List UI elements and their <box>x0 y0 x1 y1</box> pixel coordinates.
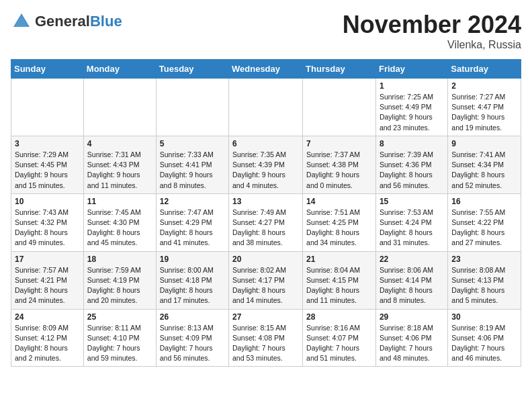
calendar-cell: 18Sunrise: 7:59 AM Sunset: 4:19 PM Dayli… <box>83 251 156 309</box>
day-number: 5 <box>160 139 225 148</box>
day-info: Sunrise: 8:00 AM Sunset: 4:18 PM Dayligh… <box>160 265 225 306</box>
day-info: Sunrise: 7:29 AM Sunset: 4:45 PM Dayligh… <box>15 150 80 191</box>
calendar-cell: 2Sunrise: 7:27 AM Sunset: 4:47 PM Daylig… <box>448 79 521 136</box>
day-info: Sunrise: 8:06 AM Sunset: 4:14 PM Dayligh… <box>380 265 444 306</box>
calendar-cell: 13Sunrise: 7:49 AM Sunset: 4:27 PM Dayli… <box>229 193 303 251</box>
day-number: 10 <box>15 197 80 206</box>
day-number: 18 <box>87 255 152 264</box>
day-info: Sunrise: 7:27 AM Sunset: 4:47 PM Dayligh… <box>451 92 517 133</box>
day-info: Sunrise: 8:04 AM Sunset: 4:15 PM Dayligh… <box>306 265 372 306</box>
calendar-week-row: 10Sunrise: 7:43 AM Sunset: 4:32 PM Dayli… <box>11 193 521 251</box>
logo-icon <box>11 11 32 32</box>
calendar-cell <box>11 79 84 136</box>
calendar-cell: 27Sunrise: 8:15 AM Sunset: 4:08 PM Dayli… <box>229 309 303 367</box>
day-header-thursday: Thursday <box>303 60 376 79</box>
day-info: Sunrise: 8:08 AM Sunset: 4:13 PM Dayligh… <box>451 265 517 306</box>
day-info: Sunrise: 7:53 AM Sunset: 4:24 PM Dayligh… <box>380 208 444 248</box>
day-info: Sunrise: 7:49 AM Sunset: 4:27 PM Dayligh… <box>232 208 299 248</box>
day-number: 13 <box>232 197 299 206</box>
day-info: Sunrise: 7:25 AM Sunset: 4:49 PM Dayligh… <box>380 92 444 133</box>
day-number: 7 <box>306 139 372 148</box>
day-number: 2 <box>451 81 517 91</box>
calendar-week-row: 3Sunrise: 7:29 AM Sunset: 4:45 PM Daylig… <box>11 136 521 193</box>
calendar-cell: 22Sunrise: 8:06 AM Sunset: 4:14 PM Dayli… <box>375 251 447 309</box>
day-number: 9 <box>451 139 517 148</box>
calendar-cell: 4Sunrise: 7:31 AM Sunset: 4:43 PM Daylig… <box>83 136 156 193</box>
calendar-cell: 5Sunrise: 7:33 AM Sunset: 4:41 PM Daylig… <box>156 136 228 193</box>
calendar-cell: 14Sunrise: 7:51 AM Sunset: 4:25 PM Dayli… <box>303 193 376 251</box>
logo-blue: Blue <box>90 13 122 30</box>
calendar-header-row: SundayMondayTuesdayWednesdayThursdayFrid… <box>11 60 521 79</box>
logo-text: GeneralBlue <box>35 13 122 30</box>
day-number: 23 <box>451 255 517 264</box>
day-number: 6 <box>232 139 299 148</box>
day-info: Sunrise: 8:09 AM Sunset: 4:12 PM Dayligh… <box>15 323 80 364</box>
day-info: Sunrise: 7:55 AM Sunset: 4:22 PM Dayligh… <box>451 208 517 248</box>
location: Vilenka, Russia <box>343 39 521 51</box>
day-number: 15 <box>380 197 444 206</box>
page-header: GeneralBlue November 2024 Vilenka, Russi… <box>11 11 521 51</box>
day-number: 14 <box>306 197 372 206</box>
day-info: Sunrise: 7:37 AM Sunset: 4:38 PM Dayligh… <box>306 150 372 191</box>
calendar-cell: 23Sunrise: 8:08 AM Sunset: 4:13 PM Dayli… <box>448 251 521 309</box>
day-number: 21 <box>306 255 372 264</box>
calendar-cell: 3Sunrise: 7:29 AM Sunset: 4:45 PM Daylig… <box>11 136 84 193</box>
calendar-cell <box>229 79 303 136</box>
day-info: Sunrise: 7:31 AM Sunset: 4:43 PM Dayligh… <box>87 150 152 191</box>
day-info: Sunrise: 7:51 AM Sunset: 4:25 PM Dayligh… <box>306 208 372 248</box>
calendar-cell: 1Sunrise: 7:25 AM Sunset: 4:49 PM Daylig… <box>375 79 447 136</box>
calendar-cell: 7Sunrise: 7:37 AM Sunset: 4:38 PM Daylig… <box>303 136 376 193</box>
day-info: Sunrise: 8:11 AM Sunset: 4:10 PM Dayligh… <box>87 323 152 364</box>
day-info: Sunrise: 8:18 AM Sunset: 4:06 PM Dayligh… <box>380 323 444 364</box>
day-number: 28 <box>306 312 372 322</box>
day-number: 26 <box>160 312 225 322</box>
day-header-saturday: Saturday <box>448 60 521 79</box>
calendar-cell: 16Sunrise: 7:55 AM Sunset: 4:22 PM Dayli… <box>448 193 521 251</box>
day-info: Sunrise: 7:43 AM Sunset: 4:32 PM Dayligh… <box>15 208 80 248</box>
day-number: 22 <box>380 255 444 264</box>
calendar-cell: 21Sunrise: 8:04 AM Sunset: 4:15 PM Dayli… <box>303 251 376 309</box>
calendar-cell: 30Sunrise: 8:19 AM Sunset: 4:06 PM Dayli… <box>448 309 521 367</box>
month-title: November 2024 <box>343 11 521 39</box>
calendar-week-row: 24Sunrise: 8:09 AM Sunset: 4:12 PM Dayli… <box>11 309 521 367</box>
calendar-cell: 6Sunrise: 7:35 AM Sunset: 4:39 PM Daylig… <box>229 136 303 193</box>
day-info: Sunrise: 7:33 AM Sunset: 4:41 PM Dayligh… <box>160 150 225 191</box>
day-header-sunday: Sunday <box>11 60 84 79</box>
calendar-cell: 25Sunrise: 8:11 AM Sunset: 4:10 PM Dayli… <box>83 309 156 367</box>
calendar-cell: 15Sunrise: 7:53 AM Sunset: 4:24 PM Dayli… <box>375 193 447 251</box>
calendar-cell: 26Sunrise: 8:13 AM Sunset: 4:09 PM Dayli… <box>156 309 228 367</box>
day-number: 30 <box>451 312 517 322</box>
day-info: Sunrise: 7:59 AM Sunset: 4:19 PM Dayligh… <box>87 265 152 306</box>
day-number: 19 <box>160 255 225 264</box>
day-info: Sunrise: 8:16 AM Sunset: 4:07 PM Dayligh… <box>306 323 372 364</box>
calendar-week-row: 1Sunrise: 7:25 AM Sunset: 4:49 PM Daylig… <box>11 79 521 136</box>
day-info: Sunrise: 8:13 AM Sunset: 4:09 PM Dayligh… <box>160 323 225 364</box>
day-header-tuesday: Tuesday <box>156 60 228 79</box>
title-block: November 2024 Vilenka, Russia <box>343 11 521 51</box>
day-number: 27 <box>232 312 299 322</box>
day-info: Sunrise: 7:47 AM Sunset: 4:29 PM Dayligh… <box>160 208 225 248</box>
day-info: Sunrise: 8:02 AM Sunset: 4:17 PM Dayligh… <box>232 265 299 306</box>
calendar-cell: 29Sunrise: 8:18 AM Sunset: 4:06 PM Dayli… <box>375 309 447 367</box>
calendar-week-row: 17Sunrise: 7:57 AM Sunset: 4:21 PM Dayli… <box>11 251 521 309</box>
calendar-cell: 20Sunrise: 8:02 AM Sunset: 4:17 PM Dayli… <box>229 251 303 309</box>
day-info: Sunrise: 7:35 AM Sunset: 4:39 PM Dayligh… <box>232 150 299 191</box>
day-header-wednesday: Wednesday <box>229 60 303 79</box>
day-number: 20 <box>232 255 299 264</box>
logo: GeneralBlue <box>11 11 122 32</box>
day-header-monday: Monday <box>83 60 156 79</box>
day-number: 1 <box>380 81 444 91</box>
day-info: Sunrise: 8:15 AM Sunset: 4:08 PM Dayligh… <box>232 323 299 364</box>
day-header-friday: Friday <box>375 60 447 79</box>
logo-general: General <box>35 13 90 30</box>
day-number: 17 <box>15 255 80 264</box>
day-number: 25 <box>87 312 152 322</box>
calendar-cell: 24Sunrise: 8:09 AM Sunset: 4:12 PM Dayli… <box>11 309 84 367</box>
calendar: SundayMondayTuesdayWednesdayThursdayFrid… <box>11 59 521 367</box>
day-number: 24 <box>15 312 80 322</box>
day-number: 3 <box>15 139 80 148</box>
day-number: 12 <box>160 197 225 206</box>
day-number: 16 <box>451 197 517 206</box>
calendar-cell: 28Sunrise: 8:16 AM Sunset: 4:07 PM Dayli… <box>303 309 376 367</box>
day-number: 8 <box>380 139 444 148</box>
